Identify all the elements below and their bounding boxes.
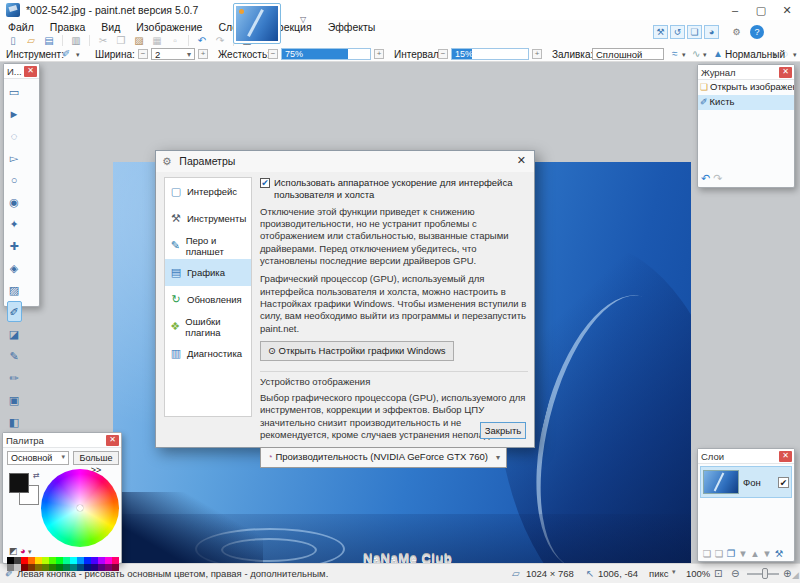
- palette-swatch[interactable]: [112, 564, 119, 571]
- color-wheel-selector[interactable]: [77, 505, 83, 511]
- toggle-tools-icon[interactable]: ⚒: [653, 25, 668, 39]
- palette-swatch[interactable]: [35, 564, 42, 571]
- layer-row[interactable]: Фон ✔: [700, 466, 792, 498]
- eraser-tool[interactable]: ◪: [7, 323, 22, 344]
- width-decrease-button[interactable]: −: [138, 49, 148, 59]
- minimize-button[interactable]: –: [722, 0, 748, 20]
- recolor-tool[interactable]: ◧: [7, 411, 22, 432]
- layers-panel-close-icon[interactable]: ✕: [779, 451, 792, 462]
- cut-icon[interactable]: ✂: [95, 34, 111, 47]
- image-tab[interactable]: [233, 3, 281, 44]
- palette-swatch[interactable]: [42, 557, 49, 564]
- menu-item-edit[interactable]: Правка: [42, 21, 93, 33]
- add-layer-icon[interactable]: ❏: [701, 548, 713, 559]
- menu-item-image[interactable]: Изображение: [128, 21, 210, 33]
- toggle-history-icon[interactable]: ↺: [670, 25, 685, 39]
- palette-swatch[interactable]: [77, 557, 84, 564]
- palette-swatch[interactable]: [28, 564, 35, 571]
- palette-panel-close-icon[interactable]: ✕: [106, 435, 119, 446]
- dialog-tab-interface[interactable]: ▢Интерфейс: [165, 178, 251, 205]
- palette-mode-combo[interactable]: Основной▾: [7, 451, 69, 465]
- deselect-icon[interactable]: ▫: [167, 34, 183, 47]
- hardness-increase-button[interactable]: +: [374, 49, 384, 59]
- palette-swatch[interactable]: [98, 564, 105, 571]
- zoom-in-icon[interactable]: ⊕: [783, 568, 791, 579]
- open-icon[interactable]: ▱: [23, 34, 39, 47]
- spacing-increase-button[interactable]: +: [532, 49, 542, 59]
- help-icon[interactable]: ?: [750, 25, 764, 39]
- open-windows-graphics-button[interactable]: ⊙ Открыть Настройки графики Windows: [260, 341, 454, 361]
- palette-swatch[interactable]: [112, 557, 119, 564]
- palette-more-button[interactable]: Больше >>: [73, 451, 119, 465]
- history-panel-close-icon[interactable]: ✕: [779, 67, 792, 78]
- palette-swatch[interactable]: [91, 564, 98, 571]
- brush-dynamics-caret-icon[interactable]: ▾: [682, 51, 686, 59]
- dialog-close-button[interactable]: Закрыть: [480, 422, 526, 439]
- merge-layer-down-icon[interactable]: ▼: [737, 548, 749, 559]
- palette-swatch[interactable]: [21, 557, 28, 564]
- swap-colors-icon[interactable]: ⇄: [33, 471, 40, 480]
- close-button[interactable]: ✕: [774, 0, 800, 20]
- dialog-tab-diagnostics[interactable]: ▥Диагностика: [165, 340, 251, 367]
- move-pixels-tool[interactable]: ►: [7, 103, 22, 124]
- antialias-caret-icon[interactable]: ▾: [793, 51, 797, 59]
- palette-swatch[interactable]: [56, 557, 63, 564]
- dialog-tab-pen-tablet[interactable]: ✎Перо и планшет: [165, 232, 251, 259]
- antialias-icon[interactable]: ◌: [782, 48, 788, 59]
- hardness-slider[interactable]: 75%: [281, 48, 371, 60]
- history-undo-icon[interactable]: ↶: [701, 172, 710, 184]
- history-redo-icon[interactable]: ↷: [713, 172, 722, 184]
- palette-swatch[interactable]: [7, 557, 14, 564]
- dialog-tab-updates[interactable]: ↻Обновления: [165, 286, 251, 313]
- width-increase-button[interactable]: +: [198, 49, 208, 59]
- tools-panel-close-icon[interactable]: ✕: [24, 66, 37, 77]
- new-icon[interactable]: ▯: [5, 34, 21, 47]
- fill-combo[interactable]: Сплошной цвет▾: [592, 48, 664, 60]
- symmetry-icon[interactable]: ∿: [692, 48, 700, 59]
- dialog-close-icon[interactable]: ✕: [517, 154, 526, 167]
- palette-menu-caret-icon[interactable]: ▾: [28, 548, 32, 555]
- zoom-out-icon[interactable]: ⊖: [731, 568, 739, 579]
- ellipse-select-tool[interactable]: ○: [7, 169, 22, 190]
- brush-dynamics-icon[interactable]: ≈: [672, 48, 678, 59]
- palette-swatch[interactable]: [14, 564, 21, 571]
- save-icon[interactable]: ▤: [41, 34, 57, 47]
- symmetry-caret-icon[interactable]: ▾: [703, 51, 707, 59]
- move-selection-tool[interactable]: ▻: [7, 147, 22, 168]
- dialog-tab-tools[interactable]: ⚒Инструменты: [165, 205, 251, 232]
- render-device-combo[interactable]: ◔ Производительность (NVIDIA GeForce GTX…: [260, 447, 507, 467]
- palette-swatch[interactable]: [21, 564, 28, 571]
- move-layer-down-icon[interactable]: ▼: [761, 548, 773, 559]
- toggle-colors-icon[interactable]: ◕: [704, 25, 719, 39]
- layer-visible-checkbox[interactable]: ✔: [778, 477, 789, 488]
- palette-menu-icon[interactable]: ◕: [20, 546, 25, 556]
- undo-icon[interactable]: ↶: [194, 34, 210, 47]
- delete-layer-icon[interactable]: ❏: [713, 548, 725, 559]
- spacing-slider[interactable]: 15%: [451, 48, 529, 60]
- pencil-tool[interactable]: ✎: [7, 345, 22, 366]
- zoom-tool[interactable]: ◉: [7, 191, 22, 212]
- blend-mode-icon[interactable]: ▲: [713, 48, 723, 59]
- move-layer-up-icon[interactable]: ▲: [749, 548, 761, 559]
- palette-swatch[interactable]: [28, 557, 35, 564]
- dialog-tab-plugin-errors[interactable]: ❖Ошибки плагина: [165, 313, 251, 340]
- dialog-titlebar[interactable]: ⚙ Параметры ✕: [156, 151, 534, 172]
- palette-swatch[interactable]: [105, 564, 112, 571]
- palette-swatch[interactable]: [105, 557, 112, 564]
- history-item-open-image[interactable]: ❏Открыть изображение: [698, 80, 794, 95]
- menu-item-view[interactable]: Вид: [93, 21, 128, 33]
- palette-swatch[interactable]: [91, 557, 98, 564]
- copy-icon[interactable]: ❐: [113, 34, 129, 47]
- palette-swatch[interactable]: [70, 557, 77, 564]
- palette-swatch[interactable]: [84, 564, 91, 571]
- redo-icon[interactable]: ↷: [212, 34, 228, 47]
- layer-properties-icon[interactable]: ⚒: [773, 548, 785, 559]
- tool-caret-icon[interactable]: ▾: [76, 51, 80, 59]
- palette-swatch[interactable]: [56, 564, 63, 571]
- print-icon[interactable]: ▥: [68, 34, 84, 47]
- palette-swatch[interactable]: [70, 564, 77, 571]
- paintbrush-tool[interactable]: ✐: [7, 301, 22, 322]
- pan-tool[interactable]: ✚: [7, 235, 22, 256]
- palette-swatch[interactable]: [49, 557, 56, 564]
- width-combo[interactable]: 2▾: [151, 48, 195, 60]
